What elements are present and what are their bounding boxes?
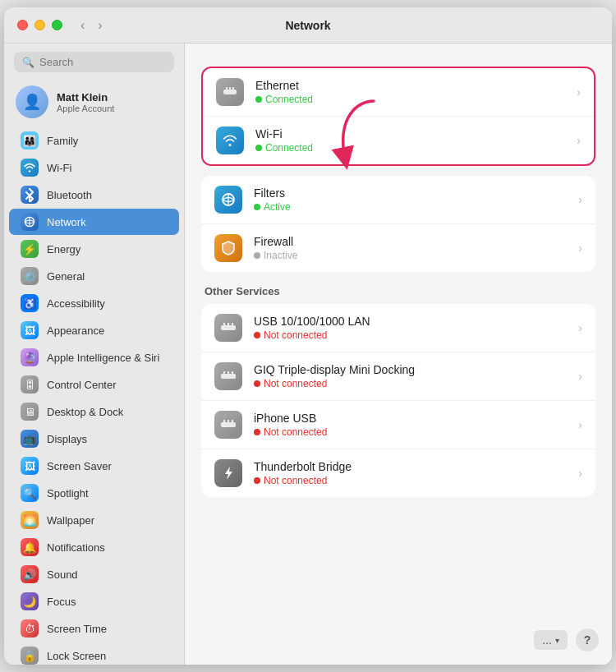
sidebar-item-general[interactable]: ⚙️General	[9, 263, 179, 289]
giq-item[interactable]: GIQ Triple-display Mini Docking Not conn…	[201, 352, 595, 401]
search-icon: 🔍	[22, 57, 34, 68]
deskdock-icon: 🖥	[21, 403, 39, 421]
firewall-icon	[214, 234, 242, 262]
firewall-status: Inactive	[254, 250, 567, 261]
ethernet-status: Connected	[255, 94, 565, 105]
thunderbolt-dot	[254, 477, 260, 484]
sidebar-item-controlcenter[interactable]: 🎛Control Center	[9, 371, 179, 398]
sound-icon: 🔊	[21, 565, 39, 583]
notifications-icon: 🔔	[21, 538, 39, 556]
svg-rect-16	[232, 371, 233, 374]
sidebar-item-focus[interactable]: 🌙Focus	[9, 588, 179, 614]
ethernet-chevron: ›	[577, 85, 581, 99]
aisiri-label: Apple Intelligence & Siri	[47, 352, 159, 364]
minimize-button[interactable]	[34, 20, 45, 30]
main-layout: 🔍 👤 Matt Klein Apple Account 👨‍👩‍👧Family…	[4, 44, 612, 665]
wifi-icon	[216, 127, 244, 154]
close-button[interactable]	[17, 20, 28, 30]
lockscreen-label: Lock Screen	[47, 650, 106, 662]
svg-rect-20	[232, 420, 233, 422]
sidebar-item-deskdock[interactable]: 🖥Desktop & Dock	[9, 398, 179, 425]
filters-chevron: ›	[578, 193, 582, 206]
sidebar-item-spotlight[interactable]: 🔍Spotlight	[9, 480, 179, 506]
sidebar-item-aisiri[interactable]: 🔮Apple Intelligence & Siri	[9, 344, 179, 371]
iphone-usb-info: iPhone USB Not connected	[254, 412, 567, 438]
wifi-name: Wi-Fi	[255, 127, 565, 140]
sidebar: 🔍 👤 Matt Klein Apple Account 👨‍👩‍👧Family…	[4, 44, 185, 665]
focus-label: Focus	[47, 596, 76, 608]
iphone-usb-name: iPhone USB	[254, 412, 567, 425]
user-profile[interactable]: 👤 Matt Klein Apple Account	[4, 81, 184, 127]
ethernet-item[interactable]: Ethernet Connected ›	[203, 68, 594, 117]
sidebar-item-wifi[interactable]: Wi-Fi	[9, 154, 179, 181]
help-button[interactable]: ?	[576, 628, 599, 651]
usb-lan-item[interactable]: USB 10/100/1000 LAN Not connected ›	[201, 304, 595, 352]
more-button[interactable]: ... ▾	[534, 630, 568, 650]
screentime-icon: ⏱	[21, 619, 39, 637]
svg-rect-13	[221, 374, 236, 379]
sidebar-item-sound[interactable]: 🔊Sound	[9, 561, 179, 587]
firewall-item[interactable]: Firewall Inactive ›	[201, 224, 595, 272]
filters-item[interactable]: Filters Active ›	[201, 176, 595, 224]
giq-icon	[214, 362, 242, 390]
usb-lan-icon	[214, 314, 242, 342]
svg-rect-17	[221, 422, 236, 427]
sidebar-item-lockscreen[interactable]: 🔒Lock Screen	[9, 642, 179, 665]
sidebar-item-energy[interactable]: ⚡Energy	[9, 236, 179, 262]
iphone-usb-item[interactable]: iPhone USB Not connected ›	[201, 401, 595, 449]
avatar: 👤	[16, 85, 48, 118]
usb-lan-status: Not connected	[254, 329, 567, 341]
thunderbolt-chevron: ›	[578, 467, 582, 480]
sidebar-item-family[interactable]: 👨‍👩‍👧Family	[9, 127, 179, 154]
sidebar-item-wallpaper[interactable]: 🌅Wallpaper	[9, 507, 179, 533]
sidebar-item-appearance[interactable]: 🖼Appearance	[9, 317, 179, 343]
lockscreen-icon: 🔒	[21, 647, 39, 665]
filters-status-text: Active	[264, 201, 291, 213]
sidebar-item-network[interactable]: Network	[9, 209, 179, 235]
focus-icon: 🌙	[21, 592, 39, 610]
search-bar[interactable]: 🔍	[14, 52, 174, 72]
energy-label: Energy	[47, 243, 80, 255]
usb-lan-dot	[254, 332, 260, 338]
sidebar-item-notifications[interactable]: 🔔Notifications	[9, 534, 179, 560]
thunderbolt-item[interactable]: Thunderbolt Bridge Not connected ›	[201, 449, 595, 497]
iphone-usb-icon	[214, 411, 242, 439]
wifi-label: Wi-Fi	[47, 162, 71, 174]
spotlight-icon: 🔍	[21, 484, 39, 502]
wifi-status-text: Connected	[265, 142, 313, 154]
sidebar-item-screensaver[interactable]: 🖼Screen Saver	[9, 453, 179, 479]
displays-icon: 📺	[21, 430, 39, 448]
family-label: Family	[47, 135, 78, 147]
thunderbolt-name: Thunderbolt Bridge	[254, 460, 567, 473]
sidebar-item-accessibility[interactable]: ♿Accessibility	[9, 290, 179, 316]
controlcenter-icon: 🎛	[21, 375, 39, 394]
sidebar-item-bluetooth[interactable]: Bluetooth	[9, 182, 179, 208]
titlebar: ‹ › Network	[4, 7, 612, 44]
ethernet-status-dot	[255, 96, 262, 103]
wifi-status-dot	[255, 145, 262, 151]
giq-name: GIQ Triple-display Mini Docking	[254, 363, 567, 376]
filters-icon	[214, 186, 242, 214]
accessibility-icon: ♿	[21, 294, 39, 312]
window-title: Network	[285, 19, 330, 32]
svg-rect-18	[223, 420, 225, 422]
general-icon: ⚙️	[21, 267, 39, 285]
ethernet-status-text: Connected	[265, 94, 313, 105]
forward-button[interactable]: ›	[93, 16, 107, 35]
svg-rect-6	[232, 87, 234, 90]
wifi-info: Wi-Fi Connected	[255, 127, 565, 154]
appearance-icon: 🖼	[21, 321, 39, 339]
screensaver-icon: 🖼	[21, 457, 39, 475]
back-button[interactable]: ‹	[76, 16, 90, 35]
wifi-status: Connected	[255, 142, 565, 154]
maximize-button[interactable]	[52, 20, 62, 30]
notifications-label: Notifications	[47, 541, 105, 554]
sidebar-item-displays[interactable]: 📺Displays	[9, 426, 179, 452]
svg-rect-5	[229, 87, 231, 90]
svg-rect-3	[223, 90, 237, 94]
firewall-info: Firewall Inactive	[254, 235, 567, 261]
wifi-item[interactable]: Wi-Fi Connected ›	[203, 117, 594, 164]
screensaver-label: Screen Saver	[47, 460, 112, 472]
sidebar-item-screentime[interactable]: ⏱Screen Time	[9, 615, 179, 642]
search-input[interactable]	[39, 56, 166, 68]
